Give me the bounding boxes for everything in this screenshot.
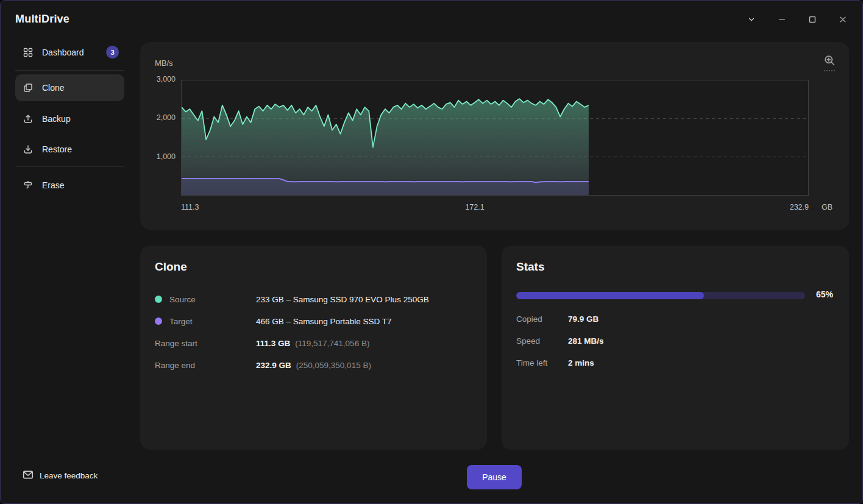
minimize-icon [778, 15, 786, 26]
stats-card-rows: Copied79.9 GBSpeed281 MB/sTime left2 min… [516, 308, 834, 374]
close-icon [839, 15, 847, 26]
sidebar-item-erase[interactable]: Erase [15, 172, 124, 199]
row-label: Range start [155, 339, 197, 348]
sidebar-item-label: Restore [42, 144, 72, 154]
window-controls [739, 10, 855, 30]
progress-bar [516, 292, 805, 299]
erase-icon [23, 180, 34, 191]
sidebar-item-backup[interactable]: Backup [15, 105, 124, 132]
restore-download-icon [23, 144, 34, 155]
clone-row-target: Target466 GB – Samsung Portable SSD T7 [155, 310, 472, 332]
row-label: Time left [516, 358, 547, 367]
sidebar-item-clone[interactable]: Clone [15, 74, 124, 101]
stats-row-speed: Speed281 MB/s [516, 330, 834, 352]
pause-button[interactable]: Pause [467, 465, 522, 489]
progress-bar-fill [516, 292, 704, 299]
sidebar-divider [15, 70, 124, 71]
maximize-button[interactable] [800, 10, 825, 30]
leave-feedback-button[interactable]: Leave feedback [23, 469, 98, 482]
mail-icon [23, 469, 34, 482]
stats-row-copied: Copied79.9 GB [516, 308, 834, 330]
row-value: 232.9 GB(250,059,350,015 B) [256, 361, 371, 370]
stats-card-title: Stats [516, 260, 544, 274]
y-tick-2000: 2,000 [145, 113, 176, 122]
maximize-icon [808, 15, 817, 26]
chart-zoom-button[interactable] [819, 54, 840, 79]
backup-upload-icon [23, 113, 34, 124]
chart-plot-area [181, 80, 809, 196]
chevron-down-icon [747, 15, 756, 26]
row-label: Source [169, 295, 196, 304]
dashboard-badge: 3 [106, 46, 119, 59]
close-button[interactable] [831, 10, 855, 30]
row-label: Target [169, 317, 193, 326]
speed-chart-card: MB/s 3,000 2,000 1,000 111.3 172.1 232.9… [140, 42, 849, 230]
row-value: 233 GB – Samsung SSD 970 EVO Plus 250GB [256, 295, 429, 304]
row-value: 2 mins [568, 358, 594, 367]
target-dot-icon [155, 318, 162, 325]
clone-row-range-end: Range end232.9 GB(250,059,350,015 B) [155, 354, 472, 376]
y-tick-3000: 3,000 [145, 75, 176, 83]
leave-feedback-label: Leave feedback [40, 471, 98, 480]
sidebar-item-label: Dashboard [42, 48, 84, 57]
window-menu-button[interactable] [739, 10, 764, 30]
sidebar: Dashboard3CloneBackupRestoreErase [1, 1, 140, 503]
row-value: 111.3 GB(119,517,741,056 B) [256, 339, 369, 348]
row-label: Speed [516, 336, 540, 346]
app-window: MultiDrive Dashboard3CloneBackupRestoreE… [0, 0, 863, 504]
progress-percent: 65% [816, 289, 833, 299]
clone-row-source: Source233 GB – Samsung SSD 970 EVO Plus … [155, 288, 472, 310]
sidebar-item-dashboard[interactable]: Dashboard3 [15, 39, 124, 66]
minimize-button[interactable] [770, 10, 794, 30]
row-label: Range end [155, 361, 195, 370]
x-axis-unit: GB [822, 203, 833, 211]
stats-row-time-left: Time left2 mins [516, 352, 834, 374]
zoom-dotted-underline [824, 70, 835, 71]
clone-row-range-start: Range start111.3 GB(119,517,741,056 B) [155, 332, 472, 354]
sidebar-item-label: Erase [42, 180, 65, 190]
clone-card: Clone Source233 GB – Samsung SSD 970 EVO… [140, 246, 487, 450]
stats-card: Stats 65% Copied79.9 GBSpeed281 MB/sTime… [502, 246, 849, 450]
clone-card-rows: Source233 GB – Samsung SSD 970 EVO Plus … [155, 288, 472, 376]
sidebar-divider [15, 166, 124, 167]
sidebar-item-label: Backup [42, 114, 71, 124]
x-tick-start: 111.3 [181, 203, 199, 211]
row-label: Copied [516, 314, 542, 324]
row-value: 281 MB/s [568, 336, 604, 346]
sidebar-item-label: Clone [42, 83, 65, 93]
dashboard-grid-icon [23, 47, 34, 58]
y-tick-1000: 1,000 [145, 152, 176, 161]
source-dot-icon [155, 296, 162, 303]
row-detail-bytes: (119,517,741,056 B) [295, 339, 369, 348]
row-value: 466 GB – Samsung Portable SSD T7 [256, 317, 392, 326]
row-detail-bytes: (250,059,350,015 B) [296, 361, 371, 370]
row-value: 79.9 GB [568, 314, 598, 324]
x-tick-end: 232.9 [772, 203, 809, 211]
sidebar-item-restore[interactable]: Restore [15, 136, 124, 163]
clone-icon [23, 82, 34, 93]
clone-card-title: Clone [155, 260, 187, 274]
chart-y-axis-unit: MB/s [155, 59, 173, 68]
x-tick-mid: 172.1 [456, 203, 493, 211]
zoom-in-icon [823, 54, 836, 68]
